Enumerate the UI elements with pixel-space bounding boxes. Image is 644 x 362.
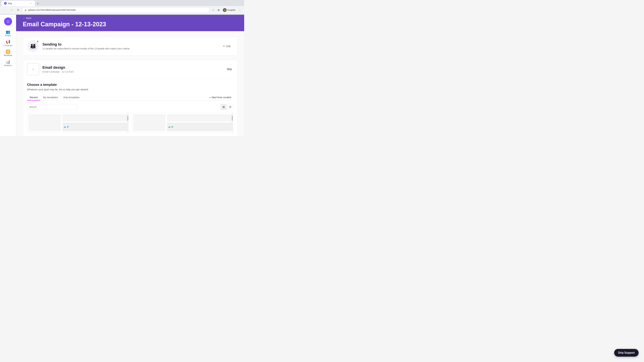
start-from-scratch-button[interactable]: + Start from scratch [207,94,233,100]
list-view-button[interactable]: ☰ [227,104,233,110]
search-row: ⊞ ☰ [27,104,233,110]
sidebar-item-people[interactable]: 👥 People [2,29,14,38]
template-block-right [62,114,127,131]
template-card-inner [27,113,129,133]
back-label: Back [26,17,31,19]
star-button[interactable]: ☆ [211,8,216,12]
design-title: Email design [42,65,222,70]
new-tab-button[interactable]: + [36,1,40,6]
edit-pencil-icon: ✏ [223,44,225,48]
tab-close-button[interactable]: × [30,2,32,5]
app-container: ☺ 👥 People 📢 Campaigns 🔀 Workflows 📊 Ana… [0,15,244,136]
sending-info: Sending to 11 people are subscribed to r… [42,42,217,50]
lock-icon: 🔒 [24,9,27,11]
template-block-left [28,114,61,131]
more-button[interactable]: ⋮ [238,8,242,12]
tab-my-templates[interactable]: My templates [40,94,61,100]
email-design-card: + Email design Email Campaign - 12-13-20… [23,60,238,136]
list-icon: ☰ [229,105,232,109]
people-icon: 👥 [6,30,10,34]
triangle-icon [64,126,66,128]
edit-button[interactable]: ✏ Edit [220,43,233,49]
tab-drip-templates[interactable]: Drip templates [61,94,82,100]
refresh-button[interactable]: ↻ [16,7,21,13]
template-card[interactable] [132,113,233,133]
template-grid [27,113,233,133]
template-tabs: Recent My templates Drip templates + Sta… [27,94,233,100]
design-subtitle: Email Campaign - 12-13-2023 [42,70,222,73]
sending-description: 11 people are subscribed to receive emai… [42,47,217,50]
browser-actions: ☆ ⊞ 🕵 Incognito ⋮ [211,7,242,12]
template-block-bottom-2 [167,122,232,131]
sidebar-label-workflows: Workflows [4,54,12,56]
extensions-button[interactable]: ⊞ [216,8,221,12]
search-input[interactable] [27,104,77,110]
sidebar-label-campaigns: Campaigns [3,44,13,46]
sidebar-label-people: People [5,34,11,37]
page-header: ← Back Email Campaign - 12-13-2023 Moodj… [16,15,244,31]
workflows-icon: 🔀 [6,50,10,54]
edit-label: Edit [226,45,230,48]
add-icon: + [32,66,34,72]
browser-toolbar: ← → ↻ 🔒 getdrip.com/7641396/broadcasts/3… [0,6,244,14]
template-block-bottom [62,122,127,131]
design-placeholder[interactable]: + [27,63,39,75]
incognito-icon: 🕵 [223,8,226,12]
template-chooser: Choose a template Whatever your goal may… [23,79,237,136]
app-logo[interactable]: ☺ [4,17,12,25]
tab-recent[interactable]: Recent [27,94,40,100]
template-block-top [62,114,127,121]
online-status-dot [37,40,39,42]
template-block-right-2 [167,114,232,131]
back-button[interactable]: ← [2,7,8,13]
choose-template-subtitle: Whatever your goal may be, let us help y… [27,88,233,91]
sidebar-item-analytics[interactable]: 📊 Analytics [2,59,14,68]
dot-teal [172,126,173,128]
active-tab[interactable]: D Drip × [1,1,35,6]
design-info: Email design Email Campaign - 12-13-2023 [42,65,222,73]
avatar-group: 👨‍👩‍👧 [27,40,39,52]
triangle-teal-icon [168,126,170,128]
grid-view-button[interactable]: ⊞ [220,104,226,110]
sidebar-item-campaigns[interactable]: 📢 Campaigns [2,39,14,48]
template-card-inner [132,113,233,133]
address-bar[interactable]: 🔒 getdrip.com/7641396/broadcasts/3186746… [22,7,210,13]
forward-button[interactable]: → [9,7,14,13]
tab-title: Drip [8,2,12,5]
sidebar-item-workflows[interactable]: 🔀 Workflows [2,49,14,58]
analytics-icon: 📊 [6,60,10,64]
dot-blue [67,126,68,128]
tab-bar: D Drip × + [0,0,244,6]
template-card[interactable] [27,113,129,133]
back-arrow-icon: ← [23,17,25,19]
template-block-top-2 [167,114,232,121]
page-title: Email Campaign - 12-13-2023 [23,21,238,28]
content-area: 👨‍👩‍👧 Sending to 11 people are subscribe… [16,31,244,136]
url-text: getdrip.com/7641396/broadcasts/318674615… [28,9,76,11]
sending-title: Sending to [42,42,217,46]
avatar-emoji: 👨‍👩‍👧 [30,43,36,49]
tab-favicon: D [4,2,7,5]
back-link[interactable]: ← Back [23,17,238,19]
incognito-label: Incognito [227,9,236,11]
sending-to-card: 👨‍👩‍👧 Sending to 11 people are subscribe… [23,36,238,56]
incognito-button[interactable]: 🕵 Incognito [222,7,237,12]
campaigns-icon: 📢 [6,40,10,44]
browser-chrome: D Drip × + ← → ↻ 🔒 getdrip.com/7641396/b… [0,0,244,15]
logo-icon: ☺ [6,19,10,24]
sidebar: ☺ 👥 People 📢 Campaigns 🔀 Workflows 📊 Ana… [0,15,16,136]
main-content: ← Back Email Campaign - 12-13-2023 Moodj… [16,15,244,136]
view-toggles: ⊞ ☰ [220,104,233,110]
email-design-header: + Email design Email Campaign - 12-13-20… [23,60,237,79]
choose-template-title: Choose a template [27,83,233,87]
skip-button[interactable]: Skip [226,66,233,72]
grid-icon: ⊞ [222,105,225,109]
template-block-left-2 [133,114,166,131]
sidebar-label-analytics: Analytics [4,64,12,66]
